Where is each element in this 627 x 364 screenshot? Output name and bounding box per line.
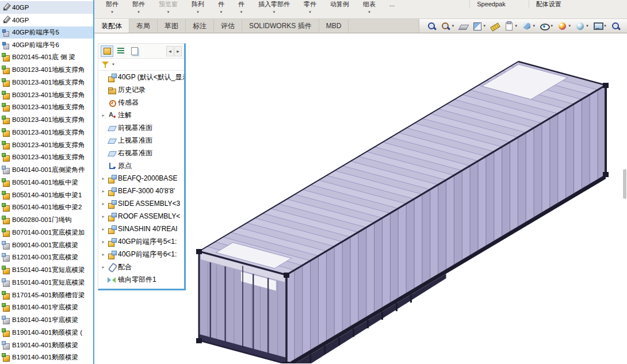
tree-item[interactable]: ▸ 历史记录 bbox=[98, 83, 184, 96]
ribbon-button[interactable]: 插入零部件 ▼ bbox=[251, 0, 297, 14]
component-list-item[interactable]: B040140-001底侧梁角件 bbox=[0, 164, 93, 177]
chevron-down-icon[interactable]: ▼ bbox=[550, 24, 553, 28]
featuremanager-tree-tab[interactable] bbox=[101, 45, 113, 57]
chevron-down-icon[interactable]: ▼ bbox=[603, 24, 607, 28]
chevron-down-icon[interactable]: ▼ bbox=[220, 10, 223, 14]
ribbon-button[interactable]: 零件 ▼ bbox=[297, 0, 323, 14]
component-list-item[interactable]: B090140-001宽底横梁 bbox=[0, 239, 93, 251]
command-tab[interactable]: 评估 bbox=[214, 19, 242, 33]
component-list-item[interactable]: B030123-401地板支撑角 bbox=[0, 114, 93, 127]
component-list-item[interactable]: B120140-001宽底横梁 bbox=[0, 251, 93, 264]
panel-back-arrow-icon[interactable]: ◂ bbox=[166, 46, 174, 56]
graphics-viewport[interactable]: ◂ ▸ ▼ ▸ 40GP (默认<默认_显示 ▸ bbox=[94, 33, 627, 364]
component-list-item[interactable]: B030123-401地板支撑角 bbox=[0, 151, 93, 164]
tree-item[interactable]: ▸ 传感器 bbox=[98, 96, 184, 109]
tree-item[interactable]: ▸ 配合 bbox=[98, 260, 184, 273]
ribbon-button[interactable]: Speedpak bbox=[469, 0, 513, 8]
ribbon-button[interactable]: 阵列 ▼ bbox=[185, 0, 211, 14]
component-list-item[interactable]: B030123-401地板支撑角 bbox=[0, 76, 93, 89]
chevron-down-icon[interactable]: ▼ bbox=[308, 10, 312, 14]
component-list-item[interactable]: B150140-401宽短底横梁 bbox=[0, 264, 93, 277]
tree-item[interactable]: ▸ 40GP前端序号6<1: bbox=[98, 248, 184, 260]
tree-root-item[interactable]: ▸ 40GP (默认<默认_显示 bbox=[98, 71, 184, 83]
ribbon-button[interactable]: 配体设置 bbox=[529, 0, 568, 8]
command-tab[interactable]: 布局 bbox=[129, 19, 158, 33]
expand-arrow-icon[interactable]: ▸ bbox=[101, 201, 106, 206]
component-list-item[interactable]: B190140-401鹅颈横梁 bbox=[0, 339, 93, 351]
component-list-item[interactable]: B030123-401地板支撑角 bbox=[0, 139, 93, 151]
command-tab[interactable]: MBD bbox=[319, 19, 349, 33]
expand-arrow-icon[interactable]: ▸ bbox=[101, 239, 106, 244]
view-tool-button[interactable]: ▼ bbox=[439, 19, 456, 33]
tree-item[interactable]: ▸ SINASHIN 40'REAI bbox=[98, 223, 184, 235]
expand-arrow-icon[interactable]: ▸ bbox=[101, 227, 106, 232]
tree-item[interactable]: ▸ 原点 bbox=[98, 159, 184, 172]
view-tool-button[interactable] bbox=[425, 19, 438, 33]
panel-forward-arrow-icon[interactable]: ▸ bbox=[174, 46, 182, 56]
expand-arrow-icon[interactable]: ▸ bbox=[101, 176, 106, 181]
tree-item[interactable]: ▸ 注解 bbox=[98, 109, 184, 121]
component-list-item[interactable]: B170145-401鹅颈槽背梁 bbox=[0, 289, 93, 301]
command-tab[interactable]: 草图 bbox=[158, 19, 186, 33]
ribbon-button[interactable]: 件 ▼ bbox=[231, 0, 251, 14]
tree-item[interactable]: ▸ SIDE ASSEMBLY<3 bbox=[98, 197, 184, 210]
chevron-down-icon[interactable]: ▼ bbox=[110, 10, 114, 14]
tree-item[interactable]: ▸ 上视基准面 bbox=[98, 134, 184, 147]
component-list-item[interactable]: B030123-401地板支撑角 bbox=[0, 89, 93, 101]
chevron-down-icon[interactable]: ▼ bbox=[532, 24, 536, 28]
component-list-item[interactable]: 40GP前端序号6 bbox=[0, 39, 93, 51]
ribbon-button[interactable]: ... bbox=[383, 0, 402, 8]
command-tab[interactable]: 标注 bbox=[186, 19, 214, 33]
component-list-item[interactable]: 40GP bbox=[0, 1, 93, 14]
chevron-down-icon[interactable]: ▼ bbox=[112, 63, 115, 66]
chevron-down-icon[interactable]: ▼ bbox=[514, 24, 518, 28]
view-tool-button[interactable] bbox=[457, 19, 470, 33]
tree-item[interactable]: ▸ 前视基准面 bbox=[98, 121, 184, 134]
propertymanager-tab[interactable] bbox=[114, 45, 127, 57]
ribbon-button[interactable]: 部件 ▼ bbox=[99, 0, 125, 14]
view-tool-button[interactable]: ▼ bbox=[520, 19, 537, 33]
ribbon-button[interactable]: 件 ▼ bbox=[211, 0, 231, 14]
view-tool-button[interactable]: ▼ bbox=[502, 19, 519, 33]
tree-item[interactable]: ▸ 镜向零部件1 bbox=[98, 273, 184, 286]
chevron-down-icon[interactable]: ▼ bbox=[451, 24, 454, 28]
filter-icon[interactable] bbox=[101, 60, 109, 68]
component-list-item[interactable]: B050140-401地板中梁1 bbox=[0, 189, 93, 201]
tree-item[interactable]: ▸ ROOF ASSEMBLY< bbox=[98, 210, 184, 223]
command-tab[interactable]: SOLIDWORKS 插件 bbox=[242, 19, 319, 33]
view-tool-button[interactable]: ▼ bbox=[574, 19, 591, 33]
ribbon-button[interactable]: 部件 ▼ bbox=[125, 0, 152, 14]
component-list-item[interactable]: 40GP前端序号5 bbox=[0, 26, 93, 39]
chevron-down-icon[interactable]: ▼ bbox=[167, 10, 170, 14]
chevron-down-icon[interactable]: ▼ bbox=[483, 24, 486, 28]
ribbon-button[interactable]: 动算例 bbox=[323, 0, 356, 8]
component-list-item[interactable]: B050140-401地板中梁2 bbox=[0, 201, 93, 214]
view-tool-button[interactable]: ▼ bbox=[591, 19, 609, 33]
viewport-scrollbar-thumb[interactable] bbox=[623, 169, 626, 199]
component-list-item[interactable]: B030123-401地板支撑角 bbox=[0, 127, 93, 139]
configurationmanager-tab[interactable] bbox=[128, 45, 141, 57]
component-list-item[interactable]: 40GP bbox=[0, 14, 93, 26]
tree-item[interactable]: ▸ 40GP前端序号5<1: bbox=[98, 235, 184, 248]
view-tool-button[interactable] bbox=[488, 19, 502, 33]
view-tool-button[interactable] bbox=[609, 19, 622, 33]
component-list-item[interactable]: B060280-001门绳钩 bbox=[0, 214, 93, 227]
tree-item[interactable]: ▸ BEAF-3000 40'8'8' bbox=[98, 185, 184, 197]
chevron-down-icon[interactable]: ▼ bbox=[240, 10, 243, 14]
ribbon-button[interactable]: 预览窗 ▼ bbox=[152, 0, 185, 14]
chevron-down-icon[interactable]: ▼ bbox=[273, 10, 276, 14]
component-list-item[interactable]: B190140-401鹅颈横梁 ( bbox=[0, 327, 93, 339]
chevron-down-icon[interactable]: ▼ bbox=[137, 10, 140, 14]
expand-arrow-icon[interactable]: ▸ bbox=[101, 252, 106, 257]
component-list-item[interactable]: B150140-401宽短底横梁 bbox=[0, 277, 93, 289]
tree-item[interactable]: ▸ BEAFQ-2000BASE bbox=[98, 172, 184, 185]
component-list-item[interactable]: B030123-401地板支撑角 bbox=[0, 64, 93, 76]
tree-item[interactable]: ▸ 右视基准面 bbox=[98, 147, 184, 159]
component-list-item[interactable]: B030123-401地板支撑角 bbox=[0, 101, 93, 114]
component-list-item[interactable]: B180140-401窄底横梁 bbox=[0, 314, 93, 327]
expand-arrow-icon[interactable]: ▸ bbox=[101, 113, 106, 118]
component-list-item[interactable]: B180140-401窄底横梁 bbox=[0, 301, 93, 314]
view-tool-button[interactable]: ▼ bbox=[538, 19, 555, 33]
ribbon-button[interactable]: 细表 ▼ bbox=[356, 0, 383, 14]
expand-arrow-icon[interactable]: ▸ bbox=[101, 214, 106, 219]
